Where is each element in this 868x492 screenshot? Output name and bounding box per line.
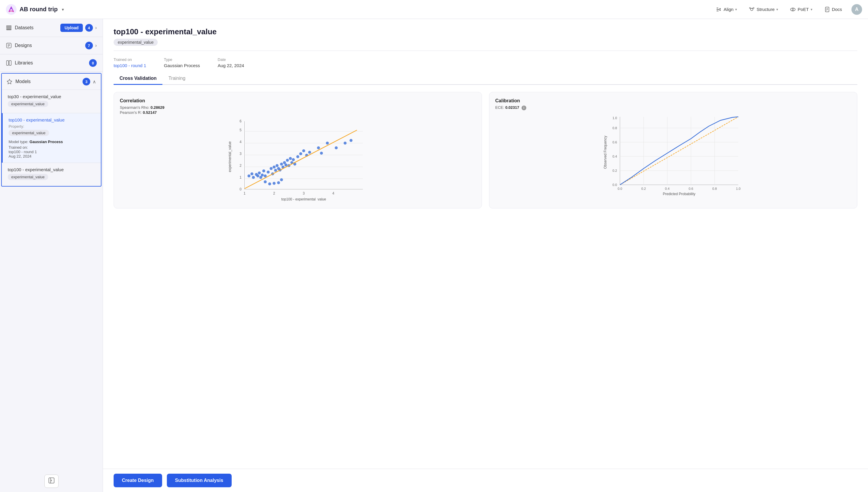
docs-label: Docs bbox=[832, 7, 842, 12]
poet-icon bbox=[790, 6, 796, 13]
svg-text:6: 6 bbox=[240, 119, 242, 123]
sidebar-row-designs[interactable]: Designs 7 › bbox=[0, 37, 103, 54]
app-logo-icon[interactable] bbox=[6, 4, 17, 15]
sidebar-row-datasets[interactable]: Datasets Upload 4 › bbox=[0, 19, 103, 36]
svg-text:experimental_value: experimental_value bbox=[228, 141, 232, 172]
svg-point-70 bbox=[289, 157, 292, 160]
calibration-title: Calibration bbox=[495, 98, 851, 103]
trained-on-value[interactable]: top100 - round 1 bbox=[114, 63, 146, 68]
app-title-dropdown-icon[interactable]: ▾ bbox=[62, 7, 64, 12]
svg-point-89 bbox=[280, 178, 283, 181]
svg-text:5: 5 bbox=[240, 128, 242, 132]
libraries-badge: 0 bbox=[89, 59, 97, 67]
svg-point-64 bbox=[280, 163, 283, 166]
upload-button[interactable]: Upload bbox=[61, 24, 82, 32]
user-avatar[interactable]: A bbox=[851, 4, 862, 15]
substitution-analysis-button[interactable]: Substitution Analysis bbox=[167, 474, 232, 487]
model-tag-3: experimental_value bbox=[8, 174, 48, 180]
libraries-icon bbox=[6, 60, 12, 66]
svg-text:0.6: 0.6 bbox=[612, 141, 617, 144]
datasets-label: Datasets bbox=[15, 25, 33, 30]
ece-info-icon[interactable]: i bbox=[522, 105, 526, 110]
docs-icon bbox=[824, 6, 830, 13]
svg-point-56 bbox=[267, 171, 270, 174]
sidebar-section-designs: Designs 7 › bbox=[0, 37, 103, 54]
model-tag-2: experimental_value bbox=[8, 130, 49, 136]
action-bar: Create Design Substitution Analysis bbox=[103, 469, 868, 492]
model-page-tag: experimental_value bbox=[114, 39, 158, 46]
model-name-2: top100 - experimental_value bbox=[8, 117, 95, 122]
model-item-1[interactable]: top30 - experimental_value experimental_… bbox=[2, 90, 101, 113]
model-name-3: top100 - experimental_value bbox=[8, 167, 95, 172]
model-trained-value2: Aug 22, 2024 bbox=[8, 154, 95, 158]
model-meta-2: Model type: Gaussian Process Trained on:… bbox=[8, 140, 95, 158]
model-name-1: top30 - experimental_value bbox=[8, 94, 95, 99]
svg-point-84 bbox=[350, 139, 353, 142]
models-header[interactable]: Models 3 ∧ bbox=[2, 74, 101, 90]
model-item-2[interactable]: top100 - experimental_value Property: ex… bbox=[2, 113, 101, 163]
meta-type: Type Gaussian Process bbox=[164, 57, 200, 68]
designs-label: Designs bbox=[15, 43, 32, 48]
svg-point-51 bbox=[258, 172, 261, 174]
pearsons-value: 0.52147 bbox=[143, 110, 157, 115]
model-trained-label: Trained on: bbox=[8, 145, 95, 150]
poet-nav-item[interactable]: PoET ▾ bbox=[788, 5, 815, 14]
align-nav-item[interactable]: Align ▾ bbox=[714, 5, 739, 14]
svg-text:1.0: 1.0 bbox=[736, 187, 741, 191]
svg-point-76 bbox=[303, 149, 305, 152]
svg-point-1 bbox=[10, 7, 12, 9]
poet-label: PoET bbox=[798, 7, 809, 12]
svg-point-74 bbox=[296, 155, 299, 158]
svg-point-54 bbox=[262, 169, 265, 172]
datasets-chevron-icon: › bbox=[95, 25, 97, 30]
svg-text:0: 0 bbox=[240, 187, 242, 191]
structure-dropdown-icon: ▾ bbox=[776, 7, 778, 11]
svg-text:0.4: 0.4 bbox=[612, 155, 617, 158]
tab-training[interactable]: Training bbox=[163, 73, 191, 85]
sidebar-section-libraries: Libraries 0 bbox=[0, 54, 103, 72]
sidebar-row-libraries[interactable]: Libraries 0 bbox=[0, 54, 103, 72]
svg-rect-15 bbox=[6, 26, 11, 27]
svg-point-61 bbox=[276, 164, 279, 167]
sidebar: Datasets Upload 4 › bbox=[0, 19, 103, 492]
topbar-right: Align ▾ Structure ▾ PoET ▾ bbox=[714, 4, 862, 15]
svg-point-50 bbox=[257, 174, 260, 177]
type-label: Type bbox=[164, 57, 200, 62]
svg-text:3: 3 bbox=[240, 152, 242, 156]
sidebar-collapse-button[interactable] bbox=[44, 474, 58, 488]
create-design-button[interactable]: Create Design bbox=[114, 474, 162, 487]
svg-point-0 bbox=[6, 4, 17, 15]
sidebar-collapse-icon bbox=[48, 477, 55, 484]
sidebar-section-models: Models 3 ∧ top30 - experimental_value ex… bbox=[1, 73, 101, 187]
svg-point-82 bbox=[335, 146, 338, 149]
svg-point-85 bbox=[264, 180, 267, 183]
calibration-chart-area: 0.0 0.2 0.4 0.6 0.8 1.0 0.0 0.2 0.4 0.6 … bbox=[495, 114, 851, 198]
poet-dropdown-icon: ▾ bbox=[811, 7, 812, 11]
designs-icon bbox=[6, 43, 12, 49]
svg-point-88 bbox=[277, 181, 280, 184]
svg-point-81 bbox=[326, 142, 329, 145]
svg-point-48 bbox=[252, 176, 255, 179]
svg-point-47 bbox=[250, 172, 254, 175]
model-property-label: Property: bbox=[8, 124, 95, 129]
svg-point-87 bbox=[273, 182, 276, 185]
libraries-label: Libraries bbox=[15, 60, 33, 66]
datasets-icon bbox=[6, 25, 12, 31]
date-value: Aug 22, 2024 bbox=[218, 63, 244, 68]
trained-on-label: Trained on bbox=[114, 57, 146, 62]
tab-cross-validation[interactable]: Cross Validation bbox=[114, 73, 163, 85]
spearmans-stat: Spearman's Rho: 0.28629 bbox=[120, 105, 476, 110]
docs-nav-item[interactable]: Docs bbox=[822, 5, 844, 14]
svg-point-6 bbox=[749, 7, 751, 8]
sidebar-section-datasets: Datasets Upload 4 › bbox=[0, 19, 103, 37]
svg-text:Predicted Probability: Predicted Probability bbox=[663, 192, 695, 196]
meta-date: Date Aug 22, 2024 bbox=[218, 57, 244, 68]
page-title: top100 - experimental_value bbox=[114, 27, 857, 36]
models-icon bbox=[6, 79, 13, 84]
correlation-chart-area: 0 1 2 3 4 5 6 bbox=[120, 118, 476, 202]
model-tag-1: experimental_value bbox=[8, 101, 48, 107]
svg-text:0.4: 0.4 bbox=[665, 187, 670, 191]
svg-rect-22 bbox=[6, 60, 8, 65]
structure-nav-item[interactable]: Structure ▾ bbox=[746, 5, 780, 14]
model-item-3[interactable]: top100 - experimental_value experimental… bbox=[2, 163, 101, 186]
